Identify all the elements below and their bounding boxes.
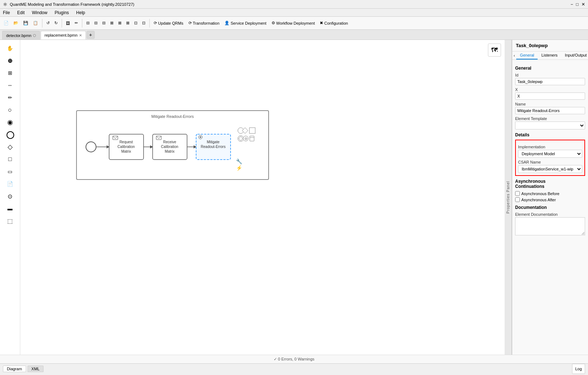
bottom-tab-xml-label: XML — [32, 367, 40, 371]
task3-label2: Readout-Errors — [201, 145, 225, 149]
edit-button[interactable]: ✏ — [73, 18, 80, 28]
space-tool[interactable]: ↔ — [4, 80, 17, 91]
circle-thick-shape[interactable]: ◯ — [4, 129, 17, 140]
element-doc-textarea[interactable] — [515, 217, 585, 235]
circle-filled-shape[interactable]: ◉ — [4, 117, 17, 128]
props-tab-general[interactable]: General — [516, 51, 538, 59]
async-before-checkbox[interactable] — [515, 191, 520, 196]
name-input[interactable] — [515, 107, 585, 114]
menu-edit[interactable]: Edit — [16, 9, 26, 16]
configuration-icon: ✖ — [320, 21, 323, 25]
menu-file[interactable]: File — [1, 9, 11, 16]
dashed-rect-shape[interactable]: ⬚ — [4, 215, 17, 226]
circle-empty-shape[interactable]: ○ — [4, 104, 17, 115]
hand-tool[interactable]: ✋ — [4, 43, 17, 54]
async-after-checkbox[interactable] — [515, 197, 520, 202]
redo-button[interactable]: ↻ — [52, 18, 60, 28]
service-deployment-button[interactable]: 👤 Service Deployment — [222, 18, 268, 28]
task1-label1: Request — [119, 140, 133, 144]
minimize-button[interactable]: − — [571, 2, 573, 7]
pencil-tool[interactable]: ✏ — [4, 92, 17, 103]
bottom-tabs: Diagram XML — [3, 366, 44, 372]
align-top-button[interactable]: ⊠ — [108, 18, 116, 28]
history-tools: ↺ ↻ — [44, 18, 60, 28]
distribute-h-button[interactable]: ⊡ — [132, 18, 140, 28]
square-shape[interactable]: □ — [4, 154, 17, 165]
page-shape[interactable]: 📄 — [4, 178, 17, 189]
ctx-diamond[interactable] — [242, 128, 248, 133]
align-bottom-button[interactable]: ⊠ — [124, 18, 132, 28]
pool-label: Mitigate Readout-Errors — [152, 114, 194, 119]
lasso-tool[interactable]: ⊞ — [4, 67, 17, 78]
panel-label-text: Properties Panel — [506, 181, 510, 214]
implementation-select[interactable]: Deployment Model — [518, 150, 582, 158]
async-section-title: AsynchronousContinuations — [515, 179, 585, 189]
tab-replacement-close[interactable]: ✕ — [79, 33, 82, 37]
element-template-label: Element Template — [515, 116, 585, 121]
props-content: General Id X Name Element Template Detai… — [512, 60, 588, 355]
minimap-icon[interactable]: 🗺 — [488, 44, 501, 57]
tab-detector[interactable]: detector.bpmn — [2, 31, 40, 40]
ctx-circle2[interactable] — [238, 136, 244, 141]
async-before-row: Asynchronous Before — [515, 191, 585, 196]
save-as-button[interactable]: 📋 — [31, 18, 40, 28]
name-label: Name — [515, 102, 585, 106]
titlebar-controls: − □ ✕ — [571, 2, 585, 7]
sep3 — [82, 19, 82, 28]
tab-replacement[interactable]: replacement.bpmn ✕ — [41, 31, 86, 40]
align-left-button[interactable]: ⊟ — [84, 18, 92, 28]
map-icon-symbol: 🗺 — [491, 46, 498, 54]
id-input[interactable] — [515, 78, 585, 85]
rect-frame-shape[interactable]: ▬ — [4, 203, 17, 214]
image-button[interactable]: 🖼 — [64, 18, 72, 28]
csar-name-select[interactable]: IbmMitigationService_w1-wip — [518, 165, 582, 173]
bottom-tab-diagram[interactable]: Diagram — [3, 366, 26, 372]
new-file-button[interactable]: 📄 — [1, 18, 11, 28]
file-tabs: detector.bpmn replacement.bpmn ✕ + — [0, 30, 588, 40]
diamond-shape[interactable]: ◇ — [4, 141, 17, 152]
menu-help[interactable]: Help — [75, 9, 87, 16]
ctx-trash[interactable] — [250, 136, 254, 141]
task3-icon-inner — [200, 136, 201, 138]
x-input[interactable] — [515, 92, 585, 100]
transformation-button[interactable]: ⟳ Transformation — [186, 18, 222, 28]
close-button[interactable]: ✕ — [581, 2, 585, 7]
sep2 — [62, 19, 62, 28]
log-button[interactable]: Log — [572, 364, 585, 374]
restore-button[interactable]: □ — [576, 2, 579, 7]
pointer-tool[interactable]: ⊕ — [4, 55, 17, 66]
props-tab-inputoutput[interactable]: Input/Output — [561, 51, 588, 59]
canvas[interactable]: Mitigate Readout-Errors Request Calibrat… — [20, 40, 505, 355]
rect-bottom-shape[interactable]: ▭ — [4, 166, 17, 177]
props-prev-button[interactable]: ‹ — [512, 53, 516, 58]
ctx-square[interactable] — [249, 128, 255, 133]
task3-label1: Mitigate — [207, 140, 219, 144]
element-template-select[interactable] — [515, 121, 585, 129]
bottom-tab-xml[interactable]: XML — [28, 366, 44, 372]
align-right-button[interactable]: ⊟ — [100, 18, 108, 28]
align-middle-button[interactable]: ⊠ — [116, 18, 124, 28]
update-qrms-label: Update QRMs — [158, 21, 183, 25]
start-event[interactable] — [86, 142, 96, 152]
ctx-wrench[interactable]: 🔧 — [236, 158, 243, 165]
save-button[interactable]: 💾 — [21, 18, 30, 28]
workflow-deployment-icon: ⚙ — [272, 21, 275, 25]
align-center-button[interactable]: ⊟ — [92, 18, 100, 28]
general-section-title: General — [515, 66, 585, 71]
bottom-bar: Diagram XML Log — [0, 363, 588, 374]
undo-button[interactable]: ↺ — [44, 18, 52, 28]
update-qrms-button[interactable]: ⟳ Update QRMs — [152, 18, 186, 28]
panel-label[interactable]: Properties Panel — [505, 40, 512, 355]
configuration-button[interactable]: ✖ Configuration — [318, 18, 350, 28]
distribute-v-button[interactable]: ⊡ — [140, 18, 148, 28]
workflow-deployment-button[interactable]: ⚙ Workflow Deployment — [269, 18, 317, 28]
ctx-lightning[interactable]: ⚡ — [236, 165, 243, 171]
tab-add-button[interactable]: + — [87, 31, 95, 39]
menu-plugins[interactable]: Plugins — [53, 9, 70, 16]
menu-window[interactable]: Window — [30, 9, 49, 16]
menubar: File Edit Window Plugins Help — [0, 9, 588, 17]
props-tab-listeners[interactable]: Listeners — [538, 51, 561, 59]
task2-label1: Receive — [163, 140, 177, 144]
open-file-button[interactable]: 📂 — [11, 18, 21, 28]
cylinder-shape[interactable]: ⊙ — [4, 191, 17, 202]
